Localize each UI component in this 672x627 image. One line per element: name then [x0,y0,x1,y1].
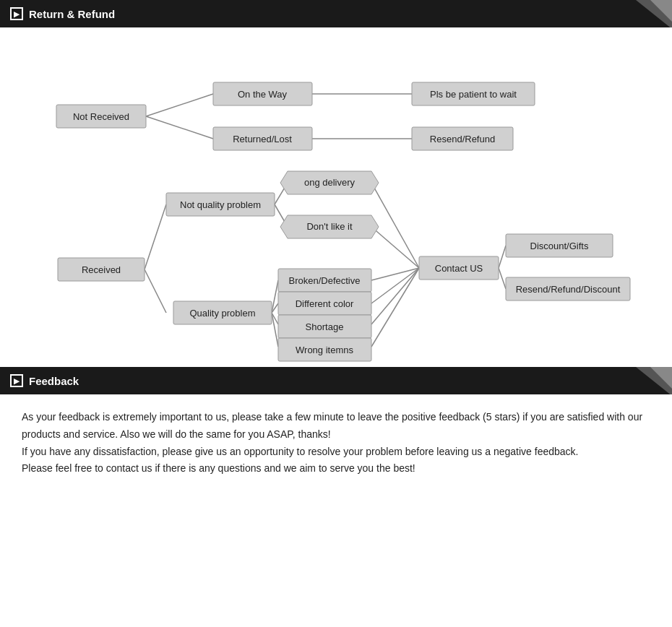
node-shortage: Shortage [278,315,371,338]
feedback-text-3: Please feel free to contact us if there … [22,460,650,477]
svg-line-20 [499,246,506,268]
flow-diagram: Not Received On the Way Returned/Lost Pl… [0,42,672,381]
svg-line-18 [371,268,419,324]
feedback-area: As your feedback is extremely important … [0,394,672,499]
svg-line-3 [146,116,213,139]
node-not-quality-problem: Not quality problem [166,193,275,216]
node-different-color: Different color [278,292,371,315]
node-returned-lost: Returned/Lost [213,127,312,150]
svg-text:Resend/Refund: Resend/Refund [430,134,495,144]
svg-line-6 [145,204,166,269]
svg-line-2 [146,94,213,116]
svg-text:Different color: Different color [296,298,354,309]
svg-text:Returned/Lost: Returned/Lost [233,134,292,144]
node-broken-defective: Broken/Defective [278,269,371,292]
svg-text:Resend/Refund/Discount: Resend/Refund/Discount [516,284,621,295]
svg-line-21 [499,268,506,289]
svg-text:Received: Received [82,264,121,275]
node-wrong-items: Wrong itemns [278,338,371,361]
node-discount-gifts: Discount/Gifts [506,234,613,257]
node-pls-be-patient: Pls be patient to wait [412,82,535,105]
svg-line-17 [371,268,419,303]
svg-line-16 [371,268,419,280]
feedback-text-2: If you have any dissatisfaction, please … [22,444,650,461]
node-long-delivery: ong delivery [280,171,379,194]
node-on-the-way: On the Way [213,82,312,105]
svg-text:ong delivery: ong delivery [304,177,356,188]
return-refund-title: Return & Refund [29,8,115,20]
svg-text:Broken/Defective: Broken/Defective [289,275,361,286]
feedback-corner-decoration [614,367,672,394]
svg-text:Pls be patient to wait: Pls be patient to wait [430,89,517,100]
svg-text:Not quality problem: Not quality problem [180,199,261,210]
feedback-header: ▶ Feedback [0,367,672,394]
svg-text:Not Received: Not Received [73,111,129,122]
svg-line-7 [145,269,166,313]
svg-text:Don't like it: Don't like it [306,221,353,232]
svg-text:Shortage: Shortage [306,321,344,332]
node-not-received: Not Received [56,105,146,128]
feedback-icon: ▶ [10,374,23,387]
feedback-title: Feedback [29,375,79,387]
node-dont-like-it: Don't like it [280,215,379,238]
svg-text:On the Way: On the Way [238,89,288,100]
svg-text:Wrong itemns: Wrong itemns [296,345,353,355]
node-resend-refund-discount: Resend/Refund/Discount [506,277,630,300]
feedback-text-1: As your feedback is extremely important … [22,409,650,444]
node-contact-us: Contact US [419,256,499,280]
diagram-area: Not Received On the Way Returned/Lost Pl… [0,27,672,367]
return-refund-icon: ▶ [10,7,23,20]
svg-text:Contact US: Contact US [435,263,483,274]
svg-text:Quality problem: Quality problem [189,308,255,319]
svg-text:Discount/Gifts: Discount/Gifts [530,241,589,251]
svg-line-19 [371,268,419,347]
node-received: Received [58,258,145,281]
return-refund-header: ▶ Return & Refund [0,0,672,27]
corner-decoration [614,0,672,27]
svg-line-14 [371,183,419,268]
node-resend-refund-top: Resend/Refund [412,127,513,150]
svg-line-15 [371,227,419,268]
node-quality-problem: Quality problem [173,301,272,324]
